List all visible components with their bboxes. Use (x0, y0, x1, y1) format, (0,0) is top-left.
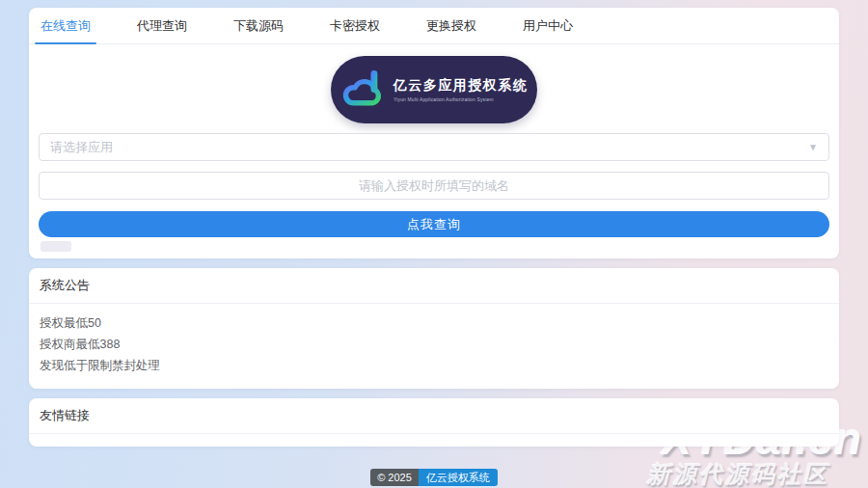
app-select-placeholder: 请选择应用 (40, 139, 113, 156)
footer: © 2025 亿云授权系统 Copyright © 亿云 All right r… (29, 468, 839, 488)
decorative-blob (41, 241, 71, 252)
tab-user-center[interactable]: 用户中心 (521, 8, 575, 43)
tab-download-source[interactable]: 下载源码 (231, 8, 285, 43)
site-logo: 亿云多应用授权系统 Yiyun Multi Application Author… (331, 56, 537, 123)
announcement-line: 授权最低50 (40, 312, 828, 334)
footer-badge-name: 亿云授权系统 (419, 469, 498, 486)
links-body (29, 434, 839, 447)
query-panel: 在线查询 代理查询 下载源码 卡密授权 更换授权 用户中心 (29, 8, 839, 258)
logo-row: 亿云多应用授权系统 Yiyun Multi Application Author… (29, 56, 839, 123)
domain-input[interactable] (39, 172, 829, 200)
footer-badge-year: © 2025 (370, 469, 419, 486)
footer-badge: © 2025 亿云授权系统 (370, 469, 498, 486)
logo-subtitle: Yiyun Multi Application Authorization Sy… (393, 97, 503, 102)
query-button[interactable]: 点我查询 (39, 211, 829, 237)
tab-online-query[interactable]: 在线查询 (39, 8, 93, 43)
links-title: 友情链接 (29, 398, 839, 434)
tab-agent-query[interactable]: 代理查询 (135, 8, 189, 43)
page-container: 在线查询 代理查询 下载源码 卡密授权 更换授权 用户中心 (0, 0, 868, 488)
nav-tabbar: 在线查询 代理查询 下载源码 卡密授权 更换授权 用户中心 (29, 8, 839, 44)
links-panel: 友情链接 (29, 398, 839, 447)
announcement-title: 系统公告 (29, 268, 839, 304)
announcement-line: 授权商最低388 (40, 334, 828, 355)
tab-card-auth[interactable]: 卡密授权 (328, 8, 382, 43)
app-select[interactable]: 请选择应用 ▼ (39, 133, 829, 161)
logo-title: 亿云多应用授权系统 (393, 77, 529, 95)
announcement-line: 发现低于限制禁封处理 (40, 355, 828, 376)
tab-change-auth[interactable]: 更换授权 (424, 8, 478, 43)
announcement-body: 授权最低50 授权商最低388 发现低于限制禁封处理 (29, 304, 839, 389)
announcement-panel: 系统公告 授权最低50 授权商最低388 发现低于限制禁封处理 (29, 268, 839, 389)
chevron-down-icon: ▼ (808, 143, 818, 152)
cloud-logo-icon (340, 69, 385, 110)
logo-text: 亿云多应用授权系统 Yiyun Multi Application Author… (393, 77, 529, 103)
